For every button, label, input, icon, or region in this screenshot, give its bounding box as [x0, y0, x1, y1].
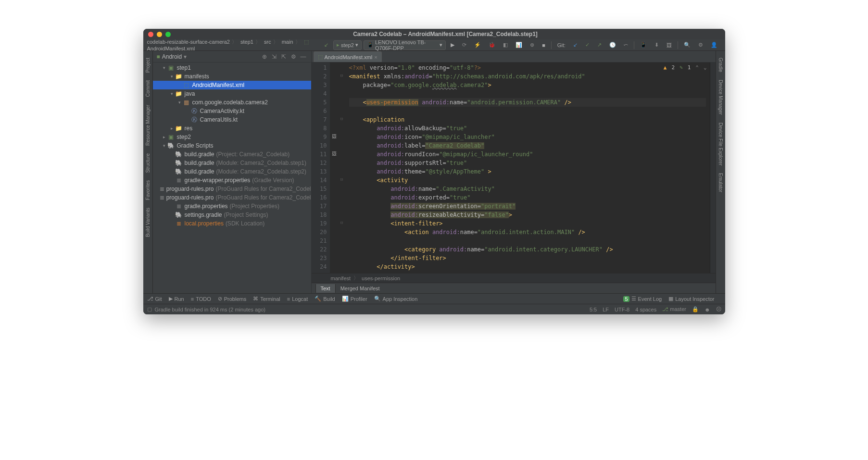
tool-run[interactable]: ▶Run — [169, 296, 184, 302]
tool-todo[interactable]: ≡TODO — [191, 296, 211, 302]
expand-all-icon[interactable]: ⇲ — [272, 53, 278, 60]
breadcrumb[interactable]: codelab-resizable-surface-camera2〉 step1… — [147, 38, 320, 51]
project-panel-header: ■ Android ▾ ⊕ ⇲ ⇱ ⚙ — — [153, 51, 311, 62]
tree-camerautils-kt[interactable]: ⓀCameraUtils.kt — [153, 115, 311, 124]
zoom-window-button[interactable] — [165, 32, 171, 37]
tree-step1[interactable]: ▾▣step1 — [153, 63, 311, 72]
tree-manifests[interactable]: ▾📁manifests — [153, 72, 311, 81]
minimize-window-button[interactable] — [157, 32, 162, 37]
settings-icon[interactable]: ⚙ — [695, 40, 706, 50]
tool-build[interactable]: 🔨Build — [314, 296, 335, 302]
resource-manager-icon[interactable]: 🖼 — [664, 40, 675, 50]
tool-app-inspection[interactable]: 🔍App Inspection — [374, 296, 418, 302]
titlebar: Camera2 Codelab – AndroidManifest.xml [C… — [143, 29, 725, 39]
stop-button[interactable]: ■ — [539, 40, 548, 50]
tool-git[interactable]: ⎇Git — [147, 296, 162, 302]
vcs-commit-icon[interactable]: ✓ — [582, 40, 592, 50]
icon-gutter[interactable]: 🖼🖼 — [330, 62, 339, 273]
vcs-rollback-icon[interactable]: ⤺ — [621, 40, 631, 50]
memory-indicator[interactable]: ☻ — [704, 307, 710, 312]
window-title: Camera2 Codelab – AndroidManifest.xml [C… — [171, 31, 720, 37]
inspections-widget[interactable]: ▲ 2 ✎ 1 ⌃ ⌄ — [664, 64, 707, 71]
panel-settings-icon[interactable]: ⚙ — [291, 53, 298, 60]
make-project-icon[interactable]: ↙ — [321, 40, 331, 50]
vcs-history-icon[interactable]: 🕓 — [606, 40, 619, 50]
right-rail-gradle[interactable]: Gradle — [717, 54, 724, 76]
apply-changes-icon[interactable]: ⟳ — [459, 40, 469, 50]
code-content[interactable]: <?xml version="1.0" encoding="utf-8"?><m… — [345, 62, 710, 273]
tree-androidmanifest-xml[interactable]: ⬚AndroidManifest.xml — [153, 81, 311, 89]
right-tool-rail: GradleDevice ManagerDevice File Explorer… — [716, 51, 725, 293]
tree-build-gradle[interactable]: 🐘build.gradle(Module: Camera2_Codelab.st… — [153, 167, 311, 176]
tree-gradle-scripts[interactable]: ▾🐘Gradle Scripts — [153, 141, 311, 150]
run-config-combo[interactable]: ▸ step2 ▾ — [333, 40, 362, 50]
error-stripe[interactable] — [710, 62, 716, 273]
attach-debugger-icon[interactable]: ⊕ — [527, 40, 537, 50]
close-tab-icon[interactable]: × — [374, 54, 377, 60]
indent[interactable]: 4 spaces — [635, 307, 656, 312]
notifications-icon[interactable]: ☹ — [716, 306, 721, 312]
left-rail-favorites[interactable]: Favorites — [144, 176, 151, 204]
coverage-icon[interactable]: ◧ — [500, 40, 511, 50]
right-rail-emulator[interactable]: Emulator — [717, 169, 724, 196]
select-opened-file-icon[interactable]: ⊕ — [262, 53, 269, 60]
tree-build-gradle[interactable]: 🐘build.gradle(Module: Camera2_Codelab.st… — [153, 159, 311, 167]
vcs-update-icon[interactable]: ↙ — [570, 40, 580, 50]
search-everywhere-icon[interactable]: 🔍 — [681, 40, 693, 50]
vcs-label: Git: — [554, 40, 568, 50]
debug-button[interactable]: 🐞 — [486, 40, 498, 50]
tree-proguard-rules-pro[interactable]: ≣proguard-rules.pro(ProGuard Rules for C… — [153, 193, 311, 202]
code-editor[interactable]: 123456789101112131415161718192021222324 … — [312, 62, 716, 273]
tree-res[interactable]: ▸📁res — [153, 124, 311, 133]
tool-profiler[interactable]: 📊Profiler — [342, 296, 367, 302]
profiler-icon[interactable]: 📊 — [513, 40, 525, 50]
line-separator[interactable]: LF — [603, 307, 609, 312]
lock-icon[interactable]: 🔒 — [692, 306, 699, 312]
encoding[interactable]: UTF-8 — [615, 307, 629, 312]
status-icon[interactable]: ▢ — [147, 306, 152, 312]
tab-merged-manifest[interactable]: Merged Manifest — [335, 284, 385, 293]
left-rail-commit[interactable]: Commit — [144, 76, 151, 100]
project-view-combo[interactable]: ■ Android ▾ — [157, 53, 187, 60]
tool-terminal[interactable]: ⌘Terminal — [253, 296, 280, 302]
git-branch[interactable]: ⎇ master — [662, 306, 686, 312]
tool-logcat[interactable]: ≡Logcat — [287, 296, 308, 302]
help-icon[interactable]: 👤 — [708, 40, 720, 50]
left-rail-project[interactable]: Project — [144, 54, 151, 76]
fold-gutter[interactable]: ⊟⊟⊟⊟ — [339, 62, 345, 273]
tree-build-gradle[interactable]: 🐘build.gradle(Project: Camera2_Codelab) — [153, 150, 311, 159]
vcs-push-icon[interactable]: ↗ — [594, 40, 604, 50]
close-window-button[interactable] — [148, 32, 153, 37]
line-number-gutter[interactable]: 123456789101112131415161718192021222324 — [312, 62, 330, 273]
tab-android-manifest[interactable]: ⬚ AndroidManifest.xml × — [314, 51, 382, 62]
right-rail-device-manager[interactable]: Device Manager — [717, 76, 724, 119]
tree-cameraactivity-kt[interactable]: ⓀCameraActivity.kt — [153, 107, 311, 115]
tab-text[interactable]: Text — [315, 284, 335, 293]
typo-count: 1 — [688, 64, 691, 71]
hide-panel-icon[interactable]: — — [301, 53, 307, 60]
tool-layout-inspector[interactable]: ▦Layout Inspector — [668, 296, 714, 302]
tree-settings-gradle[interactable]: 🐘settings.gradle(Project Settings) — [153, 211, 311, 219]
collapse-all-icon[interactable]: ⇱ — [281, 53, 288, 60]
avd-manager-icon[interactable]: 📱 — [637, 40, 650, 50]
project-tree[interactable]: ▾▣step1▾📁manifests⬚AndroidManifest.xml▾📁… — [153, 62, 311, 293]
editor-breadcrumb[interactable]: manifest 〉 uses-permission — [312, 273, 716, 283]
tree-java[interactable]: ▾📁java — [153, 89, 311, 98]
left-rail-build-variants[interactable]: Build Variants — [144, 204, 151, 241]
device-combo[interactable]: 📱 LENOVO Lenovo TB-Q706F-DPP ▾ — [364, 40, 446, 50]
sdk-manager-icon[interactable]: ⬇ — [652, 40, 662, 50]
apply-code-changes-icon[interactable]: ⚡ — [471, 40, 484, 50]
tree-step2[interactable]: ▸▣step2 — [153, 133, 311, 141]
right-rail-device-file-explorer[interactable]: Device File Explorer — [717, 119, 724, 169]
left-rail-structure[interactable]: Structure — [144, 149, 151, 177]
tool-event-log[interactable]: 5 ☰Event Log — [623, 296, 662, 302]
run-button[interactable]: ▶ — [448, 40, 457, 50]
tree-com-google-codelab-camera2[interactable]: ▾▦com.google.codelab.camera2 — [153, 98, 311, 107]
caret-pos[interactable]: 5:5 — [590, 307, 597, 312]
tree-local-properties[interactable]: ≣local.properties(SDK Location) — [153, 219, 311, 228]
tool-problems[interactable]: ⊘Problems — [218, 296, 246, 302]
tree-gradle-wrapper-properties[interactable]: ≣gradle-wrapper.properties(Gradle Versio… — [153, 176, 311, 185]
tree-proguard-rules-pro[interactable]: ≣proguard-rules.pro(ProGuard Rules for C… — [153, 185, 311, 193]
tree-gradle-properties[interactable]: ≣gradle.properties(Project Properties) — [153, 202, 311, 211]
left-rail-resource-manager[interactable]: Resource Manager — [144, 101, 151, 149]
